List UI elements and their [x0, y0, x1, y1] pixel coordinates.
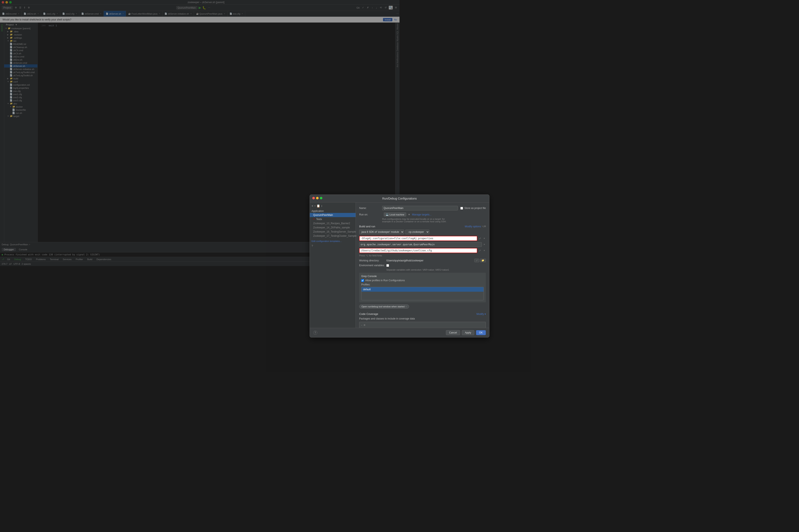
edit-config-templates-link[interactable]: Edit configuration templates... — [312, 240, 342, 242]
working-dir-label: Working directory: — [359, 259, 386, 262]
build-run-label: Build and run — [359, 225, 375, 228]
sdk-row: java 8 SDK of 'zookeeper' module -cp zoo… — [359, 230, 400, 234]
working-dir-value: /Users/quyixiao/github/zookeeper — [386, 259, 400, 262]
testx-error-icon: × — [313, 218, 315, 221]
local-machine-icon: 💻 — [386, 213, 389, 216]
name-row: Name: Store as project file — [359, 206, 400, 210]
application-label: Application — [312, 210, 324, 212]
config-item-zookeeper16[interactable]: Zookeeper_16_TestingServer_Sample — [310, 230, 356, 234]
dialog-title: Run/Debug Configurations — [382, 197, 400, 200]
config-item-zookeeper13[interactable]: Zookeeper_13_Recipes_Barrier2 — [310, 221, 356, 226]
main-class-row: × — [359, 242, 400, 247]
working-dir-row: Working directory: /Users/quyixiao/githu… — [359, 259, 400, 262]
dialog-form: Name: Store as project file Run on: 💻 Lo… — [356, 203, 400, 266]
vm-options-row: ⤢ × — [359, 236, 400, 241]
run-on-label: Run on: — [359, 213, 382, 216]
sdk-select[interactable]: java 8 SDK of 'zookeeper' module — [359, 230, 400, 234]
env-vars-label: Environment variables: — [359, 264, 386, 266]
local-machine-badge[interactable]: 💻 Local machine — [384, 212, 400, 216]
config-item-zookeeper17[interactable]: Zookeeper_17_TestingCluster_Sample — [310, 234, 356, 238]
dialog-max-btn[interactable] — [320, 197, 322, 200]
dialog-close-btn[interactable] — [312, 197, 315, 200]
dialog-config-sidebar: + − 📋 ↕ Application QuorumPeerMain × Tes… — [310, 203, 356, 266]
dialog-content: + − 📋 ↕ Application QuorumPeerMain × Tes… — [310, 203, 400, 266]
run-debug-dialog: Run/Debug Configurations + − 📋 ↕ Applica… — [310, 194, 400, 266]
config-toolbar: + − 📋 ↕ — [310, 204, 356, 209]
config-item-testx[interactable]: × Testx — [310, 217, 356, 221]
edit-config-templates: Edit configuration templates... — [310, 238, 356, 243]
dialog-min-btn[interactable] — [316, 197, 319, 200]
dialog-overlay: Run/Debug Configurations + − 📋 ↕ Applica… — [0, 0, 400, 266]
remove-config-btn[interactable]: − — [314, 204, 316, 208]
build-run-section-title: Build and run Modify options ⌥M — [359, 225, 400, 228]
config-quorum-label: QuorumPeerMain — [313, 213, 333, 216]
program-args-row: ⤢ × — [359, 248, 400, 253]
main-class-input[interactable] — [359, 242, 400, 247]
config-item-zookeeper14[interactable]: Zookeeper_14_ZKPaths_sample — [310, 226, 356, 230]
config-item-quorumpeermain[interactable]: QuorumPeerMain — [310, 213, 356, 217]
help-section: ? — [310, 243, 356, 248]
sort-config-btn[interactable]: ↕ — [321, 204, 322, 208]
dialog-title-bar: Run/Debug Configurations — [310, 195, 400, 203]
help-icon[interactable]: ? — [312, 244, 313, 247]
dialog-traffic-lights — [312, 197, 322, 200]
run-on-info: Run configurations may be executed local… — [382, 218, 400, 223]
config-testx-label: Testx — [316, 218, 322, 221]
name-label: Name: — [359, 207, 382, 210]
program-args-input[interactable] — [359, 248, 400, 253]
name-input[interactable] — [382, 206, 400, 210]
copy-config-btn[interactable]: 📋 — [316, 204, 320, 208]
add-config-btn[interactable]: + — [312, 204, 313, 208]
vm-options-input[interactable] — [359, 236, 400, 241]
env-vars-checkbox[interactable] — [386, 264, 389, 266]
field-hint: Press ⌥ for field hints — [359, 254, 400, 257]
config-section-application: Application — [310, 209, 356, 213]
run-on-row: Run on: 💻 Local machine ▼ Manage targets… — [359, 212, 400, 216]
local-machine-label: Local machine — [389, 213, 400, 216]
env-vars-row: Environment variables: — [359, 264, 400, 266]
